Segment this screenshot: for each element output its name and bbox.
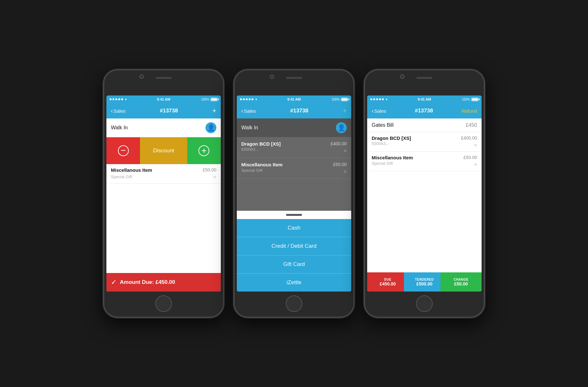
signal-dot xyxy=(382,98,384,100)
status-time-3: 9:41 AM xyxy=(418,97,431,101)
battery-fill-1 xyxy=(211,98,217,101)
sale-item-dragon-3[interactable]: Dragon BCD [XS] £400.00 930063... » xyxy=(367,132,482,152)
signal-dot xyxy=(249,98,251,100)
phone-2-home[interactable] xyxy=(286,295,302,312)
status-right-2: 100% xyxy=(331,98,348,101)
person-icon-2: 👤 xyxy=(337,124,345,132)
change-value: £50.00 xyxy=(454,281,468,286)
izettle-button[interactable]: iZettle xyxy=(237,274,351,292)
tendered-value: £500.00 xyxy=(416,281,433,286)
gift-card-label: Gift Card xyxy=(283,261,305,268)
phone-3-screen: ▾ 9:41 AM 100% ‹ Sales #13738 Refund xyxy=(367,95,482,292)
sale-item-row-misc-2: Miscellanous Item £50.00 xyxy=(241,162,347,167)
item-name-misc-3: Miscellanous Item xyxy=(372,155,413,160)
summary-bar-3: DUE £450.00 TENDERED £500.00 CHANGE £50.… xyxy=(367,272,482,292)
nav-back-label-2: Sales xyxy=(244,108,256,114)
signal-dots-2 xyxy=(240,98,253,100)
delete-button-1[interactable]: − xyxy=(106,137,140,164)
sale-item-1[interactable]: Miscellanous Item £50.00 Special Gift » xyxy=(106,164,221,184)
status-right-3: 100% xyxy=(462,98,478,101)
tendered-label: TENDERED xyxy=(415,278,434,281)
sale-item-misc-3[interactable]: Miscellanous Item £50.00 Special Gift » xyxy=(367,152,482,171)
item-sku-dragon-2: 930063... xyxy=(241,147,259,154)
item-name-misc-2: Miscellanous Item xyxy=(241,162,282,167)
refund-button[interactable]: Refund xyxy=(462,108,477,114)
drag-handle-2[interactable] xyxy=(286,214,302,216)
discount-label-1: Discount xyxy=(153,148,174,154)
phone-3-home[interactable] xyxy=(416,295,433,312)
phone-3-camera xyxy=(400,74,405,79)
status-bar-2: ▾ 9:41 AM 100% xyxy=(237,95,351,103)
customer-name-1: Walk In xyxy=(111,125,128,131)
chevron-right-dragon-2: » xyxy=(344,147,347,154)
amount-due-bar-1[interactable]: ✓ Amount Due: £450.00 xyxy=(106,273,221,292)
nav-bar-2: ‹ Sales #13738 + xyxy=(237,103,351,118)
signal-dots-1 xyxy=(110,98,123,100)
phone-3: ▾ 9:41 AM 100% ‹ Sales #13738 Refund xyxy=(364,69,485,318)
battery-text-1: 100% xyxy=(201,98,209,101)
customer-row-2[interactable]: Walk In 👤 xyxy=(237,118,351,137)
discount-button-1[interactable]: Discount xyxy=(140,137,187,164)
signal-dots-3 xyxy=(370,98,384,100)
chevron-right-misc-3: » xyxy=(474,161,477,168)
sale-item-row-1: Miscellanous Item £50.00 xyxy=(111,167,216,173)
content-1: Walk In 👤 − Discount + xyxy=(106,118,221,292)
sale-item-row-dragon-2: Dragon BCD [XS] £400.00 xyxy=(241,141,347,147)
status-bar-1: ▾ 9:41 AM 100% xyxy=(106,95,221,103)
phone-2-camera xyxy=(270,74,274,79)
chevron-right-icon-1: » xyxy=(213,173,216,180)
sale-item-dragon-2[interactable]: Dragon BCD [XS] £400.00 930063... » xyxy=(237,137,351,158)
sale-item-misc-2[interactable]: Miscellanous Item £50.00 Special Gift » xyxy=(237,158,351,179)
customer-row-3[interactable]: Gates Bill £450 xyxy=(367,118,482,132)
chevron-right-dragon-3: » xyxy=(474,141,477,148)
sale-item-row-misc-3: Miscellanous Item £50.00 xyxy=(372,155,477,160)
spacer-1 xyxy=(106,184,221,273)
signal-dot xyxy=(246,98,248,100)
signal-dot xyxy=(112,98,114,100)
signal-dot xyxy=(373,98,375,100)
minus-icon-1: − xyxy=(118,145,129,156)
nav-add-button-1[interactable]: + xyxy=(212,107,216,115)
cash-label: Cash xyxy=(288,225,300,231)
nav-title-2: #13738 xyxy=(290,108,308,114)
swipe-actions-1: − Discount + xyxy=(106,137,221,164)
battery-icon-2 xyxy=(341,98,348,101)
nav-back-label-1: Sales xyxy=(113,108,126,114)
change-segment: CHANGE £50.00 xyxy=(440,272,482,292)
customer-avatar-2: 👤 xyxy=(336,122,347,133)
cash-button[interactable]: Cash xyxy=(237,219,351,237)
signal-dot xyxy=(118,98,120,100)
nav-back-2[interactable]: ‹ Sales xyxy=(241,108,256,114)
status-time-2: 9:41 AM xyxy=(287,97,301,101)
change-label: CHANGE xyxy=(454,278,468,281)
phone-1: ▾ 9:41 AM 100% ‹ Sales #13738 + xyxy=(103,69,224,318)
phone-1-home[interactable] xyxy=(155,295,172,312)
chevron-right-misc-2: » xyxy=(344,168,347,175)
nav-bar-1: ‹ Sales #13738 + xyxy=(106,103,221,118)
phone-2: ▾ 9:41 AM 100% ‹ Sales #13738 + xyxy=(233,69,355,318)
signal-dot xyxy=(243,98,245,100)
add-button-1[interactable]: + xyxy=(187,137,221,164)
signal-area-2: ▾ xyxy=(240,97,257,102)
nav-title-3: #13738 xyxy=(415,108,433,114)
signal-area-3: ▾ xyxy=(370,97,388,102)
signal-area-1: ▾ xyxy=(110,97,127,102)
phones-container: ▾ 9:41 AM 100% ‹ Sales #13738 + xyxy=(103,69,485,318)
battery-text-2: 100% xyxy=(331,98,340,101)
nav-back-1[interactable]: ‹ Sales xyxy=(111,108,126,114)
nav-back-3[interactable]: ‹ Sales xyxy=(372,108,386,114)
items-overlay-2: Walk In 👤 Dragon BCD [XS] £400.00 930063… xyxy=(237,118,351,211)
tendered-segment: TENDERED £500.00 xyxy=(404,272,445,292)
due-segment: DUE £450.00 xyxy=(367,272,408,292)
battery-text-3: 100% xyxy=(462,98,470,101)
card-button[interactable]: Credit / Debit Card xyxy=(237,237,351,255)
check-icon-1: ✓ xyxy=(111,278,117,286)
item-subtitle-misc-3: Special Gift xyxy=(372,161,393,168)
signal-dot xyxy=(121,98,123,100)
gift-card-button[interactable]: Gift Card xyxy=(237,255,351,274)
battery-icon-1 xyxy=(211,98,218,101)
customer-name-3: Gates Bill xyxy=(372,122,393,128)
person-icon-1: 👤 xyxy=(207,124,215,132)
customer-row-1[interactable]: Walk In 👤 xyxy=(106,118,221,137)
item-sku-dragon-3: 930063... xyxy=(372,141,389,148)
